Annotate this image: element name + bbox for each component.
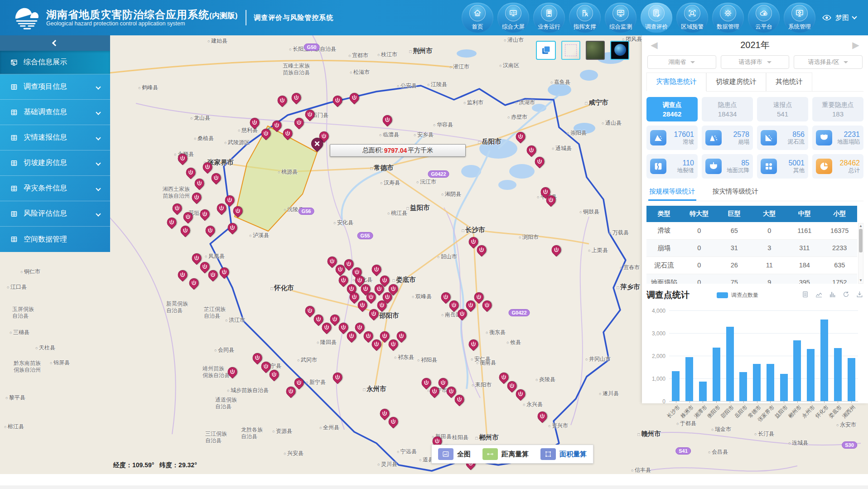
point-type-button-3[interactable]: 速报点541 — [757, 97, 808, 121]
bar-column[interactable]: 湘潭市 — [699, 311, 707, 401]
map-place-label: 洪湖市 — [515, 99, 535, 106]
app-title-block: 湖南省地质灾害防治综合应用系统(内测版) Geological hazard p… — [46, 9, 237, 27]
nav-item-5[interactable]: 综合监测 — [605, 3, 637, 33]
map-place-label: 潜山市 — [504, 37, 524, 44]
bar-column[interactable]: 岳阳市 — [739, 311, 747, 401]
point-type-button-1[interactable]: 调查点28462 — [646, 97, 698, 121]
hazard-count: 110 — [666, 159, 694, 167]
map-place-label: 松滋市 — [350, 69, 370, 76]
sidebar-collapse-button[interactable] — [0, 35, 110, 51]
grid-icon — [10, 83, 18, 91]
bar-column[interactable]: 怀化市 — [820, 311, 828, 401]
bar-column[interactable]: 常德市 — [753, 311, 761, 401]
grid-icon — [10, 210, 18, 218]
point-type-button-2[interactable]: 隐患点18434 — [702, 97, 753, 121]
region-select-1[interactable]: 湖南省 — [647, 55, 716, 69]
line-chart-icon[interactable] — [815, 290, 823, 300]
map-tool-全图[interactable]: 全图 — [438, 448, 471, 460]
bar-column[interactable]: 株洲市 — [685, 311, 693, 401]
stat-tab-3[interactable]: 其他统计 — [766, 73, 812, 91]
table-header-cell: 类型 — [646, 206, 682, 222]
refresh-icon[interactable] — [842, 290, 850, 300]
grade-subtab-2[interactable]: 按灾情等级统计 — [712, 184, 760, 201]
row-value-cell: 9 — [752, 274, 787, 284]
stat-tab-2[interactable]: 切坡建房统计 — [706, 73, 766, 91]
nav-item-1[interactable]: 首页 — [462, 3, 493, 33]
bar-column[interactable]: 益阳市 — [780, 311, 788, 401]
point-type-count: 183 — [832, 110, 844, 118]
sidebar-menu: 综合信息展示调查项目信息基础调查信息灾情速报信息切坡建房信息孕灾条件信息风险评估… — [0, 51, 110, 252]
year-next-button[interactable]: ▶ — [848, 39, 863, 50]
nav-item-2[interactable]: 综合大屏 — [497, 3, 529, 33]
point-type-button-4[interactable]: 重要隐患点183 — [812, 97, 863, 121]
legend-swatch — [717, 292, 728, 298]
bar-column[interactable]: 娄底市 — [834, 311, 842, 401]
bar-column[interactable]: 衡阳市 — [713, 311, 720, 401]
nav-item-4[interactable]: 指挥支撑 — [569, 3, 601, 33]
sidebar-item-3[interactable]: 基础调查信息 — [0, 100, 110, 125]
scroll-down-icon[interactable]: ▼ — [858, 278, 863, 283]
map-tool-距离量算[interactable]: 距离量算 — [482, 448, 529, 460]
bar-column[interactable]: 邵阳市 — [726, 311, 734, 401]
sidebar-item-7[interactable]: 风险评估信息 — [0, 201, 110, 227]
chart-legend[interactable]: 调查点数量 — [717, 291, 758, 299]
table-scrollbar[interactable]: ▲ ▼ — [858, 223, 863, 284]
row-value-cell: 184 — [787, 257, 822, 274]
scroll-up-icon[interactable]: ▲ — [858, 224, 863, 228]
bar-column[interactable]: 张家界市 — [767, 311, 774, 401]
row-value-cell: 395 — [787, 274, 822, 284]
nav-item-7[interactable]: 区域预警 — [676, 3, 708, 33]
map-place-label: 三穗县 — [10, 329, 29, 336]
row-value-cell: 3 — [752, 239, 787, 257]
region-select-3[interactable]: 请选择县/区 — [794, 55, 863, 69]
nav-label: 综合大屏 — [502, 23, 525, 31]
download-icon[interactable] — [856, 290, 863, 300]
map-place-label: 常德市 — [370, 164, 393, 172]
sidebar-item-5[interactable]: 切坡建房信息 — [0, 150, 110, 176]
nav-item-3[interactable]: 业务运行 — [533, 3, 565, 33]
street-basemap-thumbnail[interactable] — [561, 41, 580, 60]
bar-chart-icon[interactable] — [829, 290, 836, 300]
row-type-cell: 崩塌 — [646, 239, 682, 257]
y-axis-tick-label: 0 — [662, 398, 665, 405]
row-value-cell: 2233 — [822, 239, 858, 257]
nav-item-9[interactable]: 云平台 — [748, 3, 780, 33]
row-value-cell: 26 — [717, 257, 752, 274]
sidebar-item-2[interactable]: 调查项目信息 — [0, 74, 110, 100]
layers-icon[interactable] — [536, 41, 556, 60]
business-icon — [541, 5, 557, 21]
user-menu[interactable]: 梦图 — [822, 13, 856, 23]
globe-basemap-thumbnail[interactable] — [610, 41, 629, 60]
chevron-down-icon — [96, 211, 101, 216]
map-place-label: 铜鼓县 — [579, 208, 599, 215]
select-value: 湖南省 — [668, 58, 686, 66]
map-tool-面积量算[interactable]: 面积量算 — [540, 448, 587, 460]
sidebar-item-6[interactable]: 孕灾条件信息 — [0, 176, 110, 201]
bar-column[interactable]: 湘西州 — [848, 311, 855, 401]
sidebar-item-label: 综合信息展示 — [24, 58, 67, 67]
nav-item-6[interactable]: 调查评价 — [641, 3, 672, 33]
sidebar-item-1[interactable]: 综合信息展示 — [0, 51, 110, 74]
bar-column[interactable]: 永州市 — [807, 311, 815, 401]
nav-item-8[interactable]: 数据管理 — [712, 3, 744, 33]
stat-tab-1[interactable]: 灾害隐患统计 — [646, 73, 706, 92]
data-view-icon[interactable] — [801, 290, 809, 300]
chart-title: 调查点统计 — [646, 289, 690, 301]
grade-table-wrap: 类型特大型巨型大型中型小型 滑坡0650116116375崩塌031331122… — [646, 206, 863, 284]
sidebar-item-4[interactable]: 灾情速报信息 — [0, 125, 110, 150]
satellite-basemap-thumbnail[interactable] — [586, 41, 605, 60]
select-value: 请选择市 — [739, 58, 762, 66]
hazard-label: 地裂缝 — [666, 167, 694, 174]
map-place-label: 凤凰县 — [205, 253, 225, 260]
scroll-thumb[interactable] — [859, 229, 863, 252]
bar-column[interactable]: 长沙市 — [672, 311, 680, 401]
region-select-2[interactable]: 请选择市 — [721, 55, 790, 69]
nav-item-10[interactable]: 系统管理 — [784, 3, 815, 33]
bar-column[interactable]: 郴州市 — [793, 311, 801, 401]
map-place-label: 玉屏侗族 自治县 — [12, 306, 34, 320]
year-label: 2021年 — [662, 39, 848, 51]
grade-subtab-1[interactable]: 按规模等级统计 — [648, 184, 696, 201]
x-axis-tick-label: 益阳市 — [773, 404, 789, 420]
year-prev-button[interactable]: ◀ — [646, 39, 662, 50]
sidebar-item-8[interactable]: 空间数据管理 — [0, 227, 110, 252]
